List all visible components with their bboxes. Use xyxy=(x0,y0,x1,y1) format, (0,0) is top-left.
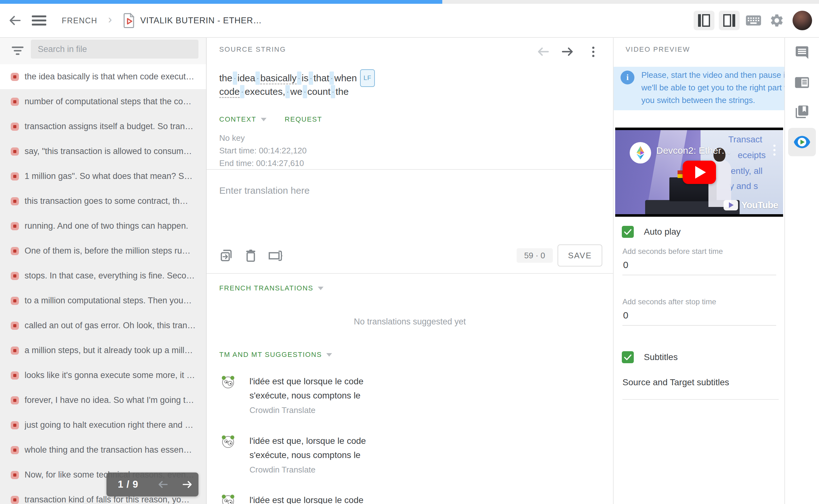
list-item[interactable]: looks like it's gonna execute some more,… xyxy=(0,363,206,388)
after-stop-label: Add seconds after stop time xyxy=(622,297,716,306)
string-status-icon xyxy=(11,396,19,404)
string-status-icon xyxy=(11,247,19,255)
space-marker: · xyxy=(329,72,334,85)
list-item[interactable]: this transaction goes to some contract, … xyxy=(0,189,206,214)
layout-left-icon xyxy=(698,14,701,27)
context-toggle[interactable]: CONTEXT xyxy=(219,115,256,123)
list-item[interactable]: 1 million gas". So what does that mean? … xyxy=(0,164,206,189)
space-marker: · xyxy=(240,85,244,98)
arrow-left-icon xyxy=(8,13,22,28)
suggestion-provider: Crowdin Translate xyxy=(249,404,517,416)
string-context-info: No key Start time: 00:14:22,120 End time… xyxy=(219,132,307,169)
hamburger-icon xyxy=(32,13,46,28)
video-menu-icon[interactable] xyxy=(773,145,776,156)
suggestion-text: l'idée est que lorsque le code xyxy=(249,374,517,388)
source-word: we xyxy=(290,86,302,97)
info-text-line: we'll be able to get you to the right pa… xyxy=(641,81,785,94)
video-thumbnail: Transacteceiptsently, ally and s Devcon2… xyxy=(615,130,783,214)
list-item[interactable]: to a million computational steps. Then y… xyxy=(0,288,206,313)
checkbox-checked-icon[interactable] xyxy=(622,351,634,363)
menu-button[interactable] xyxy=(28,9,50,31)
subtitles-label: Subtitles xyxy=(644,352,678,362)
string-status-icon xyxy=(11,371,19,380)
user-avatar[interactable] xyxy=(793,11,812,30)
source-line-1: the·idea·basically·is·that·whenLF xyxy=(219,69,528,84)
list-item[interactable]: number of computational steps that the c… xyxy=(0,89,206,114)
source-word: the xyxy=(335,86,349,97)
keyboard-icon xyxy=(745,14,762,27)
source-word: the xyxy=(219,73,232,83)
space-marker: · xyxy=(255,72,260,85)
list-item[interactable]: called an out of gas error. Oh look, thi… xyxy=(0,313,206,338)
end-time: End time: 00:14:27,610 xyxy=(219,157,307,169)
list-item[interactable]: a million steps, but it already took up … xyxy=(0,338,206,363)
select-text-button[interactable] xyxy=(266,247,285,265)
terms-tab[interactable] xyxy=(791,72,813,94)
after-stop-input[interactable]: 0 xyxy=(623,310,628,321)
youtube-player[interactable]: Transacteceiptsently, ally and s Devcon2… xyxy=(615,128,783,217)
next-page-button[interactable] xyxy=(181,478,194,491)
next-string-button[interactable] xyxy=(559,43,576,60)
play-button[interactable] xyxy=(683,161,716,184)
suggestion-provider: Crowdin Translate xyxy=(249,463,517,476)
comments-tab[interactable] xyxy=(791,42,813,64)
previous-page-button[interactable] xyxy=(157,478,169,491)
search-input[interactable] xyxy=(31,40,198,59)
list-item[interactable]: whole thing and the transaction has esse… xyxy=(0,438,206,462)
string-menu-button[interactable] xyxy=(586,43,600,60)
subtitle-file-icon xyxy=(123,12,135,29)
info-icon: i xyxy=(621,71,634,84)
space-marker: · xyxy=(331,85,335,98)
progress-bar xyxy=(0,0,442,4)
string-status-icon xyxy=(11,272,19,280)
autoplay-checkbox-row[interactable]: Auto play xyxy=(622,226,681,238)
list-item[interactable]: the idea basically is that when code exe… xyxy=(0,64,206,89)
source-word: that xyxy=(313,73,329,83)
delete-translation-button[interactable] xyxy=(242,247,260,265)
layout-left-toggle[interactable] xyxy=(694,11,714,30)
list-item[interactable]: stops. In that case, everything is fine.… xyxy=(0,263,206,288)
string-status-icon xyxy=(11,471,19,479)
tm-suggestion[interactable]: l'idée est que, lorsque le codes'exécute… xyxy=(221,434,517,476)
filter-icon xyxy=(11,44,25,57)
string-status-icon xyxy=(11,421,19,429)
filter-button[interactable] xyxy=(9,40,26,61)
search-row xyxy=(0,38,206,64)
list-item[interactable]: transaction assigns itself a budget. So … xyxy=(0,114,206,139)
crowdin-translate-icon xyxy=(221,493,236,504)
list-item[interactable]: One of them is, before the million steps… xyxy=(0,238,206,263)
list-item[interactable]: running. And one of two things can happe… xyxy=(0,214,206,238)
video-title: Devcon2: Ether… xyxy=(656,145,731,156)
before-start-label: Add seconds before start time xyxy=(622,247,723,256)
layout-right-toggle[interactable] xyxy=(719,11,740,30)
lf-tag: LF xyxy=(360,69,375,87)
back-button[interactable] xyxy=(3,9,28,31)
string-status-icon xyxy=(11,446,19,454)
space-marker: · xyxy=(297,72,301,85)
tm-suggestion[interactable]: l'idée est que lorsque le codes'exécute,… xyxy=(221,374,517,416)
tm-suggestions-toggle[interactable]: TM AND MT SUGGESTIONS xyxy=(219,351,322,359)
list-item[interactable]: forever, I have no idea. So what I'm goi… xyxy=(0,388,206,413)
list-item[interactable]: just going to halt execution right there… xyxy=(0,413,206,438)
settings-button[interactable] xyxy=(767,11,786,30)
subtitles-checkbox-row[interactable]: Subtitles xyxy=(622,351,678,363)
subtitles-mode[interactable]: Source and Target subtitles xyxy=(622,377,729,387)
before-start-input[interactable]: 0 xyxy=(623,260,628,270)
arrow-left-icon xyxy=(157,478,169,491)
video-preview-tab-active[interactable] xyxy=(788,128,816,156)
keyboard-shortcuts-button[interactable] xyxy=(744,11,763,30)
save-button[interactable]: SAVE xyxy=(558,244,602,266)
list-item[interactable]: say, "this transaction is allowed to con… xyxy=(0,139,206,164)
dictionaries-tab[interactable] xyxy=(791,101,813,123)
text-cursor-icon xyxy=(268,249,284,263)
french-translations-toggle[interactable]: FRENCH TRANSLATIONS xyxy=(219,284,313,292)
request-context-button[interactable]: REQUEST xyxy=(285,115,322,123)
previous-string-button[interactable] xyxy=(534,43,552,60)
copy-source-button[interactable] xyxy=(217,247,235,265)
youtube-logo[interactable]: YouTube xyxy=(724,200,778,210)
screen-word: Transact xyxy=(728,135,762,145)
translation-input[interactable]: Enter translation here xyxy=(219,185,597,242)
breadcrumb-language[interactable]: FRENCH xyxy=(62,16,97,25)
checkbox-checked-icon[interactable] xyxy=(622,226,634,238)
tm-suggestion[interactable]: l'idée est que lorsque le code xyxy=(221,493,517,504)
